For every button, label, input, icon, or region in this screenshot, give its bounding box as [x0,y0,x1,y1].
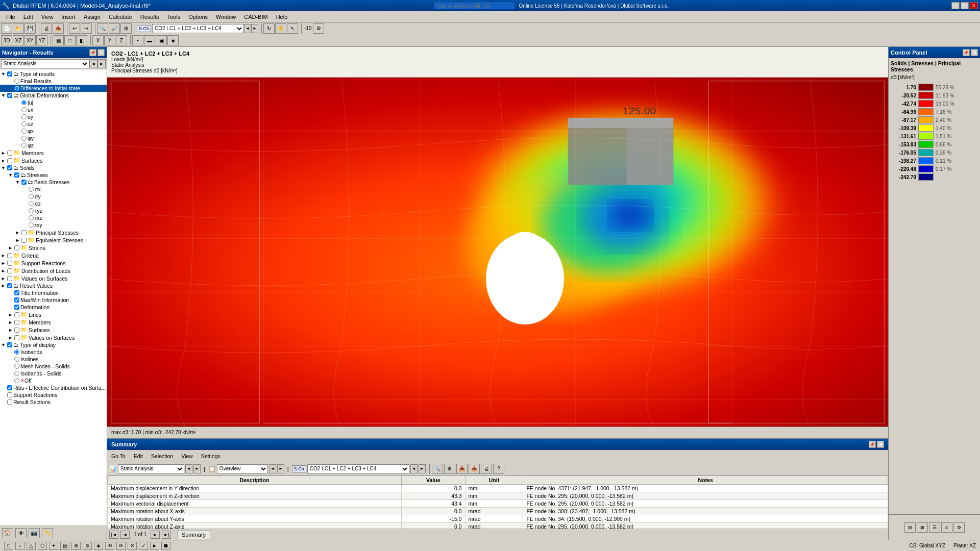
tree-item[interactable]: ►📁Criteria [0,252,107,259]
surface-button[interactable]: ▣ [156,35,167,45]
maximize-button[interactable]: □ [961,2,969,9]
menu-insert[interactable]: Insert [57,13,80,21]
tree-expand-icon[interactable]: ► [8,335,14,340]
tree-item[interactable]: ►📁Surfaces [0,157,107,164]
status-icon-12[interactable]: ✕ [128,542,137,550]
menu-help[interactable]: Help [272,13,292,21]
overview-prev-btn[interactable]: ◄ [269,464,276,473]
search-input[interactable] [433,2,515,10]
view-yz-button[interactable]: YZ [36,35,47,45]
tree-item[interactable]: ux [0,106,107,113]
tree-radio[interactable] [14,86,19,91]
tree-item[interactable]: ▼🗂Stresses [0,171,107,179]
render-button[interactable]: ▦ [53,35,64,45]
tree-checkbox[interactable] [14,335,19,340]
tree-item[interactable]: ▼🗂Type of results [0,70,107,78]
table-tool-2[interactable]: ⚙ [444,464,455,474]
tree-item[interactable]: σx [0,186,107,193]
nav-ruler-button[interactable]: 📏 [42,528,53,538]
nav-next-button[interactable]: ► [97,59,106,68]
nav-eye-button[interactable]: 👁 [15,528,27,538]
status-icon-10[interactable]: ⟲ [105,542,114,550]
page-prev-button[interactable]: ◄ [120,531,130,539]
cp-tool-3[interactable]: ☰ [929,522,940,533]
status-icon-4[interactable]: ⬡ [38,542,47,550]
tree-item[interactable]: ►📁Values on Surfaces [0,274,107,282]
node-button[interactable]: • [132,35,143,45]
tree-checkbox[interactable] [14,172,19,178]
tree-checkbox[interactable] [7,158,12,163]
tree-expand-icon[interactable]: ► [1,151,7,156]
tree-item[interactable]: τxz [0,214,107,221]
tree-checkbox[interactable] [14,328,19,333]
undo-button[interactable]: ↩ [69,23,80,34]
tree-item[interactable]: ►📁Principal Stresses [0,229,107,236]
save-button[interactable]: 💾 [24,23,36,34]
table-tool-4[interactable]: 📤 [469,464,480,474]
tree-expand-icon[interactable]: ► [1,253,7,258]
tree-expand-icon[interactable]: ► [15,238,21,243]
tree-radio[interactable] [14,371,19,376]
summary-edit-menu[interactable]: Edit [132,453,145,460]
viewport-3d[interactable]: 125.00 [107,78,888,427]
zoom-out-button[interactable]: 🔎 [109,23,120,34]
tree-item[interactable]: Deformation [0,304,107,311]
summary-load-select[interactable]: CO2 LC1 + LC2 + LC3 + LC4 [307,464,409,473]
status-icon-7[interactable]: ⊕ [71,542,81,550]
tree-radio[interactable] [21,107,27,112]
status-icon-14[interactable]: ► [150,542,159,550]
tree-expand-icon[interactable]: ▼ [1,342,7,347]
tree-item[interactable]: Support Reactions [0,391,107,398]
nav-analysis-select[interactable]: Static Analysis [1,59,89,68]
tree-radio[interactable] [14,79,19,84]
tree-expand-icon[interactable]: ▼ [15,180,21,185]
summary-selection-menu[interactable]: Selection [149,453,175,460]
open-button[interactable]: 📂 [13,23,24,34]
analysis-prev-btn[interactable]: ◄ [185,464,192,473]
tree-checkbox[interactable] [21,180,27,185]
load-combo-select[interactable]: CO2 LC1 + LC2 + LC3 + LC4 [152,24,244,33]
tree-item[interactable]: uz [0,120,107,128]
menu-cad-bim[interactable]: CAD-BIM [240,13,272,21]
load-prev-btn[interactable]: ◄ [410,464,418,473]
tree-checkbox[interactable] [14,245,19,251]
tree-item[interactable]: ✕ Off [0,377,107,384]
tree-item[interactable]: Differences to initial state [0,85,107,92]
nav-close-button[interactable]: ✕ [97,49,105,56]
status-icon-8[interactable]: ⊗ [83,542,92,550]
table-tool-6[interactable]: ? [493,464,504,474]
tree-item[interactable]: uy [0,113,107,120]
element-button[interactable]: ▬ [144,35,155,45]
tree-radio[interactable] [21,100,27,105]
tree-item[interactable]: Final Results [0,78,107,85]
tree-item[interactable]: σz [0,200,107,207]
tree-item[interactable]: Ribs - Effective Contribution on Surfa..… [0,384,107,391]
new-button[interactable]: 📄 [1,23,12,34]
tree-radio[interactable] [29,201,34,206]
tree-expand-icon[interactable]: ▼ [1,165,7,170]
view-3d-button[interactable]: 3D [1,35,12,45]
view-xy-button[interactable]: XY [24,35,36,45]
menu-view[interactable]: View [37,13,58,21]
tree-item[interactable]: τyz [0,207,107,214]
summary-settings-menu[interactable]: Settings [199,453,223,460]
tree-checkbox[interactable] [7,93,12,98]
summary-goto-menu[interactable]: Go To [109,453,128,460]
load-next-btn[interactable]: ► [419,464,426,473]
print-button[interactable]: 🖨 [41,23,52,34]
fit-button[interactable]: ⊞ [120,23,132,34]
status-icon-1[interactable]: □ [4,542,13,550]
cp-tool-4[interactable]: ≡ [941,522,952,533]
pan-button[interactable]: ✋ [275,23,286,34]
view-xz-button[interactable]: XZ [13,35,24,45]
status-icon-11[interactable]: ⟳ [116,542,126,550]
menu-tools[interactable]: Tools [163,13,184,21]
tree-checkbox[interactable] [14,320,19,325]
tree-checkbox[interactable] [14,297,19,303]
nav-pin-button[interactable]: 📌 [89,49,96,56]
tree-checkbox[interactable] [7,276,12,281]
tree-radio[interactable] [29,208,34,213]
tree-checkbox[interactable] [7,253,12,258]
tree-radio[interactable] [14,349,19,355]
tree-item[interactable]: ▼🗂Global Deformations [0,92,107,99]
